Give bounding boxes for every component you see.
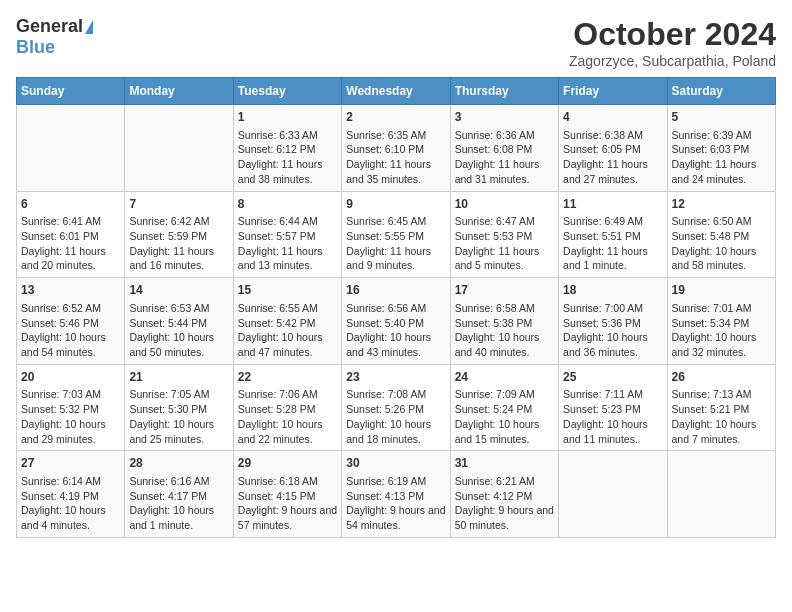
day-number: 6 (21, 196, 120, 213)
day-info-text: Sunrise: 7:13 AM (672, 387, 771, 402)
day-info-text: Sunrise: 6:38 AM (563, 128, 662, 143)
calendar-week-0: 1Sunrise: 6:33 AMSunset: 6:12 PMDaylight… (17, 105, 776, 192)
day-info-text: Sunrise: 7:03 AM (21, 387, 120, 402)
day-info-text: Daylight: 10 hours and 15 minutes. (455, 417, 554, 446)
day-number: 2 (346, 109, 445, 126)
calendar-cell: 17Sunrise: 6:58 AMSunset: 5:38 PMDayligh… (450, 278, 558, 365)
day-info-text: Sunset: 4:13 PM (346, 489, 445, 504)
day-info-text: Sunrise: 7:08 AM (346, 387, 445, 402)
header-day-tuesday: Tuesday (233, 78, 341, 105)
day-info-text: Daylight: 10 hours and 11 minutes. (563, 417, 662, 446)
day-info-text: Sunrise: 6:35 AM (346, 128, 445, 143)
day-info-text: Sunrise: 7:01 AM (672, 301, 771, 316)
calendar-cell: 22Sunrise: 7:06 AMSunset: 5:28 PMDayligh… (233, 364, 341, 451)
day-info-text: Sunset: 5:46 PM (21, 316, 120, 331)
day-info-text: Sunset: 6:08 PM (455, 142, 554, 157)
day-info-text: Daylight: 10 hours and 25 minutes. (129, 417, 228, 446)
day-info-text: Daylight: 10 hours and 29 minutes. (21, 417, 120, 446)
day-info-text: Sunset: 5:30 PM (129, 402, 228, 417)
day-info-text: Sunset: 6:10 PM (346, 142, 445, 157)
day-info-text: Daylight: 10 hours and 58 minutes. (672, 244, 771, 273)
day-info-text: Daylight: 11 hours and 31 minutes. (455, 157, 554, 186)
day-number: 15 (238, 282, 337, 299)
header-day-saturday: Saturday (667, 78, 775, 105)
day-info-text: Daylight: 11 hours and 5 minutes. (455, 244, 554, 273)
day-info-text: Sunrise: 7:06 AM (238, 387, 337, 402)
day-info-text: Sunset: 5:55 PM (346, 229, 445, 244)
calendar-cell: 18Sunrise: 7:00 AMSunset: 5:36 PMDayligh… (559, 278, 667, 365)
calendar-cell: 9Sunrise: 6:45 AMSunset: 5:55 PMDaylight… (342, 191, 450, 278)
calendar-cell: 4Sunrise: 6:38 AMSunset: 6:05 PMDaylight… (559, 105, 667, 192)
calendar-cell: 25Sunrise: 7:11 AMSunset: 5:23 PMDayligh… (559, 364, 667, 451)
calendar-cell: 10Sunrise: 6:47 AMSunset: 5:53 PMDayligh… (450, 191, 558, 278)
day-number: 29 (238, 455, 337, 472)
day-info-text: Daylight: 10 hours and 22 minutes. (238, 417, 337, 446)
day-info-text: Sunset: 5:53 PM (455, 229, 554, 244)
day-info-text: Daylight: 10 hours and 54 minutes. (21, 330, 120, 359)
day-number: 27 (21, 455, 120, 472)
day-info-text: Daylight: 9 hours and 54 minutes. (346, 503, 445, 532)
day-info-text: Daylight: 10 hours and 36 minutes. (563, 330, 662, 359)
day-info-text: Sunrise: 6:45 AM (346, 214, 445, 229)
calendar-cell: 7Sunrise: 6:42 AMSunset: 5:59 PMDaylight… (125, 191, 233, 278)
day-number: 24 (455, 369, 554, 386)
day-number: 23 (346, 369, 445, 386)
day-info-text: Sunset: 5:26 PM (346, 402, 445, 417)
day-info-text: Sunset: 4:12 PM (455, 489, 554, 504)
day-info-text: Sunset: 5:40 PM (346, 316, 445, 331)
day-number: 30 (346, 455, 445, 472)
calendar-cell: 24Sunrise: 7:09 AMSunset: 5:24 PMDayligh… (450, 364, 558, 451)
day-info-text: Daylight: 11 hours and 27 minutes. (563, 157, 662, 186)
day-info-text: Daylight: 10 hours and 47 minutes. (238, 330, 337, 359)
day-info-text: Daylight: 11 hours and 13 minutes. (238, 244, 337, 273)
calendar-cell: 11Sunrise: 6:49 AMSunset: 5:51 PMDayligh… (559, 191, 667, 278)
day-info-text: Sunset: 5:57 PM (238, 229, 337, 244)
day-info-text: Sunrise: 6:47 AM (455, 214, 554, 229)
day-info-text: Daylight: 10 hours and 32 minutes. (672, 330, 771, 359)
day-info-text: Sunrise: 7:11 AM (563, 387, 662, 402)
day-info-text: Sunrise: 6:16 AM (129, 474, 228, 489)
day-number: 21 (129, 369, 228, 386)
day-info-text: Daylight: 10 hours and 1 minute. (129, 503, 228, 532)
calendar-week-2: 13Sunrise: 6:52 AMSunset: 5:46 PMDayligh… (17, 278, 776, 365)
day-info-text: Sunset: 5:59 PM (129, 229, 228, 244)
calendar-cell: 21Sunrise: 7:05 AMSunset: 5:30 PMDayligh… (125, 364, 233, 451)
day-info-text: Sunrise: 6:33 AM (238, 128, 337, 143)
header-day-friday: Friday (559, 78, 667, 105)
day-info-text: Sunrise: 6:19 AM (346, 474, 445, 489)
day-number: 18 (563, 282, 662, 299)
day-info-text: Sunset: 4:19 PM (21, 489, 120, 504)
day-info-text: Daylight: 9 hours and 57 minutes. (238, 503, 337, 532)
day-number: 10 (455, 196, 554, 213)
day-info-text: Sunset: 5:44 PM (129, 316, 228, 331)
day-info-text: Sunset: 5:24 PM (455, 402, 554, 417)
calendar-cell (667, 451, 775, 538)
day-info-text: Sunset: 5:23 PM (563, 402, 662, 417)
day-info-text: Daylight: 10 hours and 40 minutes. (455, 330, 554, 359)
calendar-cell: 14Sunrise: 6:53 AMSunset: 5:44 PMDayligh… (125, 278, 233, 365)
day-number: 19 (672, 282, 771, 299)
logo-general-text: General (16, 16, 83, 37)
day-number: 1 (238, 109, 337, 126)
day-info-text: Daylight: 9 hours and 50 minutes. (455, 503, 554, 532)
day-number: 20 (21, 369, 120, 386)
day-number: 22 (238, 369, 337, 386)
day-number: 8 (238, 196, 337, 213)
day-info-text: Sunrise: 6:14 AM (21, 474, 120, 489)
calendar-cell: 1Sunrise: 6:33 AMSunset: 6:12 PMDaylight… (233, 105, 341, 192)
calendar-table: SundayMondayTuesdayWednesdayThursdayFrid… (16, 77, 776, 538)
day-info-text: Sunrise: 6:52 AM (21, 301, 120, 316)
day-info-text: Daylight: 10 hours and 43 minutes. (346, 330, 445, 359)
day-number: 3 (455, 109, 554, 126)
day-info-text: Daylight: 11 hours and 1 minute. (563, 244, 662, 273)
calendar-header: SundayMondayTuesdayWednesdayThursdayFrid… (17, 78, 776, 105)
logo-triangle-icon (85, 20, 93, 34)
header-day-thursday: Thursday (450, 78, 558, 105)
day-info-text: Sunset: 5:21 PM (672, 402, 771, 417)
calendar-cell: 20Sunrise: 7:03 AMSunset: 5:32 PMDayligh… (17, 364, 125, 451)
day-info-text: Sunset: 5:34 PM (672, 316, 771, 331)
day-info-text: Sunrise: 6:53 AM (129, 301, 228, 316)
calendar-cell: 27Sunrise: 6:14 AMSunset: 4:19 PMDayligh… (17, 451, 125, 538)
day-number: 31 (455, 455, 554, 472)
day-info-text: Sunrise: 6:36 AM (455, 128, 554, 143)
